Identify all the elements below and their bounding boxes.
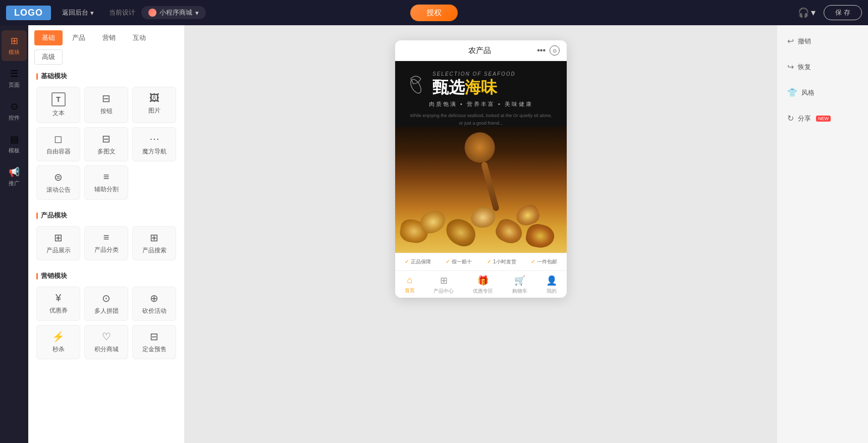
style-icon: 👕	[787, 88, 797, 97]
bargain-icon: ⊕	[150, 292, 158, 304]
module-free-container[interactable]: ◻ 自由容器	[36, 127, 80, 161]
module-cube-nav[interactable]: ⋯ 魔方导航	[132, 127, 176, 161]
sidebar-item-page[interactable]: ☰ 页面	[2, 63, 27, 94]
guarantee-bar: ✓ 正品保障 ✓ 假一赔十 ✓ 1小时发货 ✓ 一件包邮	[395, 253, 567, 270]
button-label: 按钮	[100, 107, 113, 116]
circle-icon: ⊙	[550, 45, 560, 56]
hero-main-text: 甄选海味	[432, 79, 559, 96]
image-icon: 🖼	[149, 92, 159, 104]
center-canvas: 农产品 ••• ⊙	[185, 25, 777, 443]
tabbar-products[interactable]: ⊞ 产品中心	[433, 275, 454, 295]
profile-icon: 👤	[546, 275, 557, 286]
topbar-right: 🎧 ▾ 保 存	[798, 5, 862, 20]
miniapp-selector[interactable]: 小程序商城 ▾	[141, 6, 206, 19]
back-label: 返回后台	[62, 8, 88, 17]
sidebar-item-module[interactable]: ⊞ 模块	[2, 30, 27, 61]
bargain-label: 砍价活动	[142, 307, 167, 315]
redo-label: 恢复	[798, 63, 811, 72]
hero-en-text: While enjoying the delicious seafood, lo…	[403, 110, 559, 127]
tabbar-deals[interactable]: 🎁 优惠专区	[473, 275, 493, 295]
design-label: 当前设计	[109, 8, 135, 17]
page-icon: ☰	[10, 68, 18, 79]
home-icon: ⌂	[407, 275, 412, 286]
phone-header-icons: ••• ⊙	[537, 45, 560, 56]
auth-button[interactable]: 授权	[410, 5, 458, 21]
hero-selection-text: SELECTION OF SEAFOOD	[432, 71, 559, 77]
new-badge: NEW	[816, 116, 831, 122]
marketing-module-grid: ¥ 优惠券 ⊙ 多人拼团 ⊕ 砍价活动 ⚡ 秒杀 ♡ 积分商城 ⊟ 定金预售	[28, 285, 184, 363]
scroll-notice-icon: ⊜	[54, 171, 63, 183]
module-label: 模块	[9, 48, 20, 56]
divider-icon: ≡	[103, 171, 110, 183]
logo: LOGO	[6, 6, 51, 20]
module-image[interactable]: 🖼 图片	[132, 87, 176, 123]
save-button[interactable]: 保 存	[824, 5, 862, 20]
module-text[interactable]: T 文本	[36, 87, 80, 123]
section-product: 产品模块	[28, 204, 184, 224]
presale-label: 定金预售	[142, 345, 167, 354]
share-label: 分享	[798, 114, 811, 123]
module-points-mall[interactable]: ♡ 积分商城	[84, 325, 128, 359]
sidebar-item-control[interactable]: ⊙ 控件	[2, 96, 27, 127]
share-action[interactable]: ↻ 分享 NEW	[783, 110, 862, 126]
guarantee-refund: ✓ 假一赔十	[446, 258, 472, 265]
left-panel: 基础 产品 营销 互动 高级 基础模块 T 文本 ⊟ 按钮 🖼 图片 ◻	[28, 25, 185, 443]
module-coupon[interactable]: ¥ 优惠券	[36, 287, 80, 321]
module-scroll-notice[interactable]: ⊜ 滚动公告	[36, 165, 80, 200]
tab-advanced[interactable]: 高级	[34, 49, 63, 65]
style-action[interactable]: 👕 风格	[783, 85, 862, 100]
headset-icon[interactable]: 🎧 ▾	[798, 7, 816, 18]
module-product-category[interactable]: ≡ 产品分类	[84, 226, 128, 260]
scroll-notice-label: 滚动公告	[46, 186, 71, 194]
module-bargain[interactable]: ⊕ 砍价活动	[132, 287, 176, 321]
more-icon[interactable]: •••	[537, 46, 546, 55]
control-icon: ⊙	[11, 101, 18, 112]
cart-icon: 🛒	[514, 275, 525, 286]
undo-label: 撤销	[798, 37, 811, 46]
phone-tabbar: ⌂ 首页 ⊞ 产品中心 🎁 优惠专区 🛒 购物车	[395, 270, 567, 298]
product-display-icon: ⊞	[54, 232, 63, 244]
chevron-down-icon: ▾	[195, 9, 199, 17]
group-buy-label: 多人拼团	[94, 307, 119, 315]
miniapp-icon	[148, 9, 156, 17]
template-icon: ▤	[10, 134, 19, 145]
tabbar-home[interactable]: ⌂ 首页	[405, 275, 415, 295]
tab-basic[interactable]: 基础	[34, 30, 63, 45]
page-label: 页面	[9, 81, 20, 89]
tab-marketing[interactable]: 营销	[95, 30, 123, 45]
module-presale[interactable]: ⊟ 定金预售	[132, 325, 176, 359]
hero-sub-text: 肉质饱满 • 营养丰富 • 美味健康	[403, 98, 559, 110]
style-label: 风格	[801, 88, 815, 97]
free-container-icon: ◻	[54, 133, 63, 145]
redo-action[interactable]: ↪ 恢复	[783, 59, 862, 75]
tabbar-profile[interactable]: 👤 我的	[546, 275, 557, 295]
tab-interactive[interactable]: 互动	[125, 30, 153, 45]
sidebar-item-promote[interactable]: 📢 推广	[2, 161, 27, 192]
sidebar-item-template[interactable]: ▤ 模板	[2, 129, 27, 159]
guarantee-shipping: ✓ 一件包邮	[531, 258, 557, 265]
module-multi-image[interactable]: ⊟ 多图文	[84, 127, 128, 161]
back-button[interactable]: 返回后台 ▾	[57, 6, 99, 19]
section-basic: 基础模块	[28, 65, 184, 85]
promote-label: 推广	[9, 180, 20, 187]
promote-icon: 📢	[9, 167, 20, 178]
right-panel: ↩ 撤销 ↪ 恢复 👕 风格 ↻ 分享 NEW	[777, 25, 868, 443]
share-icon: ↻	[787, 114, 794, 123]
products-icon: ⊞	[440, 275, 448, 286]
tabbar-cart[interactable]: 🛒 购物车	[512, 275, 527, 295]
undo-action[interactable]: ↩ 撤销	[783, 33, 862, 49]
module-flash-sale[interactable]: ⚡ 秒杀	[36, 325, 80, 359]
module-group-buy[interactable]: ⊙ 多人拼团	[84, 287, 128, 321]
multi-image-label: 多图文	[97, 147, 116, 156]
cube-nav-label: 魔方导航	[142, 147, 167, 156]
main-layout: ⊞ 模块 ☰ 页面 ⊙ 控件 ▤ 模板 📢 推广 基础 产品 营销 互动 高级	[0, 25, 868, 443]
tab-product[interactable]: 产品	[65, 30, 93, 45]
product-module-grid: ⊞ 产品展示 ≡ 产品分类 ⊞ 产品搜索	[28, 224, 184, 264]
module-divider[interactable]: ≡ 辅助分割	[84, 165, 128, 200]
undo-icon: ↩	[787, 36, 794, 46]
redo-icon: ↪	[787, 62, 794, 72]
presale-icon: ⊟	[150, 330, 158, 343]
module-product-search[interactable]: ⊞ 产品搜索	[132, 226, 176, 260]
module-product-display[interactable]: ⊞ 产品展示	[36, 226, 80, 260]
module-button[interactable]: ⊟ 按钮	[84, 87, 128, 123]
